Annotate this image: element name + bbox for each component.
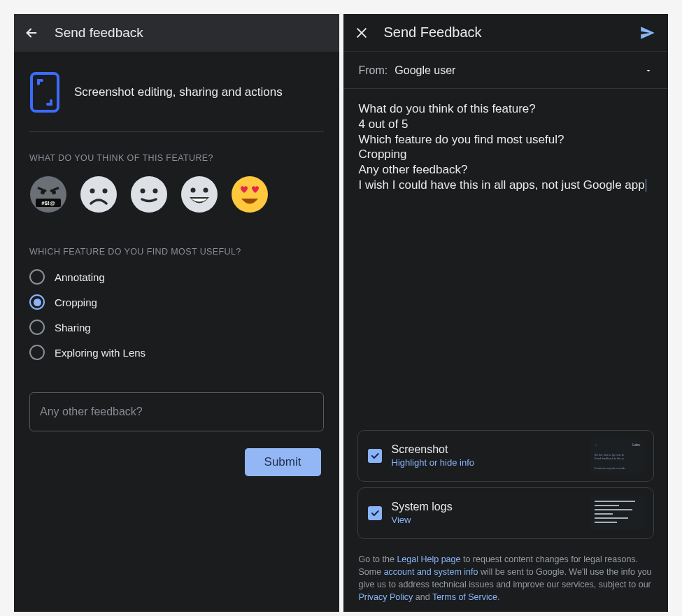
appbar: Send Feedback	[343, 14, 669, 52]
radio-option-label: Exploring with Lens	[55, 347, 145, 359]
svg-rect-0	[31, 73, 58, 111]
text-cursor	[646, 179, 647, 192]
svg-point-11	[153, 189, 158, 194]
submit-button[interactable]: Submit	[245, 448, 321, 476]
checkbox-checked-icon[interactable]	[368, 449, 382, 463]
other-feedback-input[interactable]: Any other feedback?	[29, 392, 324, 431]
radio-group-feature: Annotating Cropping Sharing Exploring wi…	[29, 269, 324, 360]
question-feature-label: WHICH FEATURE DO YOU FIND MOST USEFUL?	[29, 247, 324, 257]
divider	[29, 131, 324, 132]
terms-of-service-link[interactable]: Terms of Service	[432, 592, 497, 602]
svg-point-12	[181, 176, 218, 213]
rating-emoji-5-love[interactable]	[231, 176, 269, 213]
screenshot-thumbnail: ← Labs Be the first to try new feSend fe…	[590, 439, 644, 473]
svg-point-2	[41, 190, 45, 194]
radio-option-annotating[interactable]: Annotating	[29, 269, 324, 285]
svg-point-7	[90, 189, 95, 194]
message-line: Which feature do you find most useful?	[359, 132, 653, 148]
message-line: What do you think of this feature?	[359, 101, 653, 117]
svg-point-8	[103, 189, 108, 194]
attach-screenshot-card[interactable]: Screenshot Highlight or hide info ← Labs…	[357, 430, 655, 482]
dropdown-caret-icon	[644, 66, 653, 75]
back-arrow-icon[interactable]	[24, 25, 39, 41]
from-value: Google user	[395, 64, 637, 77]
checkbox-checked-icon[interactable]	[368, 506, 382, 520]
svg-text:#$!@: #$!@	[41, 200, 55, 206]
attach-screenshot-subtitle: Highlight or hide info	[392, 457, 581, 468]
svg-point-3	[52, 190, 56, 194]
rating-emoji-row: #$!@	[29, 176, 324, 213]
rating-emoji-2-sad[interactable]	[80, 176, 118, 213]
svg-point-15	[232, 176, 268, 213]
svg-point-13	[191, 188, 196, 193]
appbar-title: Send feedback	[55, 25, 143, 41]
feedback-compose-screen: Send Feedback From: Google user What do …	[343, 14, 669, 612]
close-icon[interactable]	[355, 26, 369, 40]
legal-help-link[interactable]: Legal Help page	[397, 554, 460, 564]
question-rating-label: WHAT DO YOU THINK OF THIS FEATURE?	[29, 153, 324, 163]
svg-point-10	[141, 189, 145, 194]
radio-option-cropping[interactable]: Cropping	[29, 294, 324, 310]
other-feedback-placeholder: Any other feedback?	[40, 406, 143, 418]
attach-syslogs-subtitle: View	[392, 515, 581, 525]
attach-system-logs-card[interactable]: System logs View	[357, 487, 655, 539]
feedback-text-input[interactable]: What do you think of this feature? 4 out…	[343, 89, 669, 193]
appbar-title: Send Feedback	[384, 24, 624, 41]
svg-point-6	[80, 176, 117, 213]
system-logs-thumbnail	[590, 496, 644, 530]
message-line: I wish I could have this in all apps, no…	[359, 178, 653, 193]
rating-emoji-1-angry[interactable]: #$!@	[29, 176, 67, 213]
appbar: Send feedback	[14, 14, 339, 52]
screenshot-device-icon	[29, 71, 60, 113]
attach-syslogs-title: System logs	[392, 501, 581, 513]
radio-option-label: Sharing	[55, 322, 91, 334]
feature-title: Screenshot editing, sharing and actions	[74, 85, 283, 101]
rating-emoji-4-happy[interactable]	[180, 176, 218, 213]
account-system-info-link[interactable]: account and system info	[384, 567, 478, 577]
from-label: From:	[359, 64, 388, 77]
feedback-form-screen: Send feedback Screenshot editing, sharin…	[14, 14, 339, 612]
feature-header: Screenshot editing, sharing and actions	[29, 64, 324, 130]
svg-point-14	[204, 188, 208, 193]
radio-option-exploring-lens[interactable]: Exploring with Lens	[29, 345, 324, 360]
message-line: Any other feedback?	[359, 162, 653, 178]
legal-footer: Go to the Legal Help page to request con…	[343, 546, 669, 613]
radio-option-label: Cropping	[55, 296, 97, 308]
from-row[interactable]: From: Google user	[343, 52, 669, 89]
rating-emoji-3-neutral[interactable]	[130, 176, 168, 213]
radio-option-label: Annotating	[55, 271, 105, 283]
send-icon[interactable]	[639, 24, 657, 42]
svg-point-1	[30, 176, 66, 213]
privacy-policy-link[interactable]: Privacy Policy	[359, 592, 413, 602]
attach-screenshot-title: Screenshot	[392, 443, 581, 456]
svg-point-9	[131, 176, 167, 213]
radio-option-sharing[interactable]: Sharing	[29, 320, 324, 335]
message-line: 4 out of 5	[359, 117, 653, 132]
message-line: Cropping	[359, 147, 653, 162]
